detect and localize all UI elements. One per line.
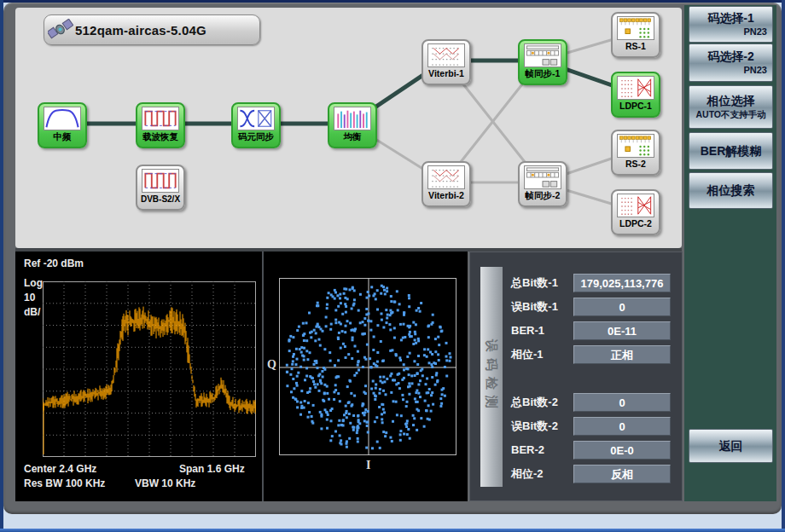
code-select-1-button[interactable]: 码选择-1 PN23	[689, 6, 773, 43]
squarewave-icon	[142, 169, 179, 193]
ber-deambiguity-button[interactable]: BER解模糊	[689, 132, 773, 170]
frame-table-icon	[524, 165, 561, 189]
total-bits-1-label: 总Bit数-1	[511, 274, 573, 292]
flow-node-dvb-s2x[interactable]: DVB-S2/X	[136, 165, 185, 211]
spectrum-vbw-label: VBW 10 KHz	[135, 477, 195, 489]
squarewave-icon	[142, 107, 179, 130]
satellite-icon	[48, 19, 73, 41]
spectrum-scale-log: Log	[24, 277, 43, 289]
error-bits-1-value: 0	[573, 298, 671, 316]
flow-node-equalizer[interactable]: 均衡	[328, 102, 377, 148]
ber-2-value: 0E-0	[573, 441, 671, 460]
sidebar: 码选择-1 PN23 码选择-2 PN23 相位选择 AUTO不支持手动 BER…	[684, 5, 776, 501]
error-detection-panel: 误码检测 总Bit数-1 179,025,113,776 误Bit数-1 0 B…	[469, 252, 683, 501]
ldpc-graph-icon	[617, 76, 654, 100]
phase-1-value: 正相	[573, 345, 671, 364]
phase-2-value: 反相	[573, 465, 671, 483]
constellation-i-axis-label: I	[366, 459, 370, 472]
phase-select-button[interactable]: 相位选择 AUTO不支持手动	[689, 85, 773, 129]
eye-diagram-icon	[237, 107, 275, 130]
rs-blocks-icon	[617, 16, 654, 40]
constellation-display	[279, 278, 456, 455]
screen-edge-bottom	[0, 529, 785, 532]
flow-node-symbol-sync[interactable]: 码元同步	[231, 102, 281, 148]
spectrum-display	[43, 281, 256, 457]
ber-1-value: 0E-11	[573, 321, 671, 340]
flow-node-if[interactable]: 中频	[38, 102, 87, 148]
error-panel-side-label: 误码检测	[480, 267, 503, 487]
flow-node-rs-2[interactable]: RS-2	[611, 130, 660, 176]
trellis-icon	[427, 43, 465, 67]
phase-search-button[interactable]: 相位搜索	[689, 172, 773, 209]
ber-2-label: BER-2	[511, 441, 573, 460]
spectrum-span-label: Span 1.6 GHz	[179, 463, 245, 475]
scope-divider	[262, 252, 264, 501]
spectrum-scale-10: 10	[24, 292, 35, 304]
app-screen: 512qam-aircas-5.04G 中频 载波恢复 码元同步 均衡 D	[0, 0, 785, 532]
spectrum-ref-label: Ref -20 dBm	[24, 257, 84, 269]
phase-2-label: 相位-2	[511, 465, 573, 483]
back-button[interactable]: 返回	[689, 429, 773, 463]
ber-1-label: BER-1	[511, 321, 573, 340]
rs-blocks-icon	[617, 134, 654, 158]
flow-node-rs-1[interactable]: RS-1	[611, 12, 660, 58]
total-bits-2-label: 总Bit数-2	[511, 393, 573, 412]
constellation-q-axis-label: Q	[267, 358, 276, 372]
flow-node-ldpc-1[interactable]: LDPC-1	[611, 72, 660, 118]
error-bits-2-label: 误Bit数-2	[511, 417, 573, 436]
frame-table-icon	[524, 43, 561, 67]
flow-node-ldpc-2[interactable]: LDPC-2	[611, 189, 660, 235]
ldpc-graph-icon	[617, 194, 654, 217]
spectrum-icon	[44, 107, 81, 130]
error-bits-1-label: 误Bit数-1	[511, 298, 573, 316]
spectrum-center-label: Center 2.4 GHz	[24, 463, 96, 475]
screen-edge-left	[0, 0, 3, 532]
spectrum-scale-db: dB/	[24, 306, 40, 318]
phase-1-label: 相位-1	[511, 345, 573, 364]
total-bits-1-value: 179,025,113,776	[573, 274, 671, 292]
flow-node-frame-sync-2[interactable]: 帧同步-2	[518, 161, 567, 207]
flow-node-viterbi-2[interactable]: Viterbi-2	[422, 161, 471, 207]
window-frame: 512qam-aircas-5.04G 中频 载波恢复 码元同步 均衡 D	[3, 3, 782, 514]
flow-diagram-panel: 512qam-aircas-5.04G 中频 载波恢复 码元同步 均衡 D	[15, 8, 682, 248]
trellis-icon	[427, 165, 465, 189]
flow-node-frame-sync-1[interactable]: 帧同步-1	[518, 39, 567, 85]
equalizer-bars-icon	[334, 107, 371, 130]
scope-displays: Ref -20 dBm Log 10 dB/ Center 2.4 GHz Sp…	[15, 252, 468, 501]
flow-node-carrier-recovery[interactable]: 载波恢复	[136, 102, 185, 148]
flow-node-viterbi-1[interactable]: Viterbi-1	[422, 39, 471, 85]
error-panel-side-strip: 误码检测	[480, 267, 503, 487]
signal-title-button[interactable]: 512qam-aircas-5.04G	[44, 14, 260, 45]
spectrum-rbw-label: Res BW 100 KHz	[24, 477, 105, 489]
signal-title: 512qam-aircas-5.04G	[75, 23, 206, 38]
screen-edge-right	[782, 0, 785, 532]
error-bits-2-value: 0	[573, 417, 671, 436]
total-bits-2-value: 0	[573, 393, 671, 412]
code-select-2-button[interactable]: 码选择-2 PN23	[689, 43, 773, 82]
